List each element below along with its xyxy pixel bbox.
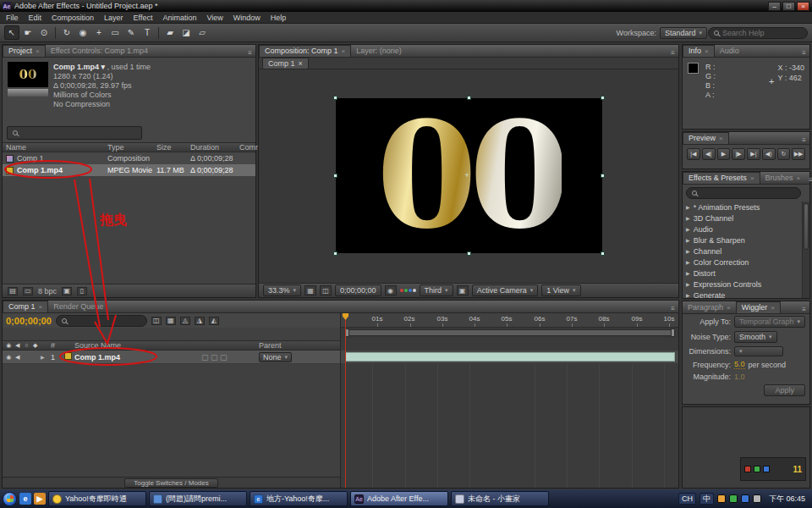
- close-icon[interactable]: ×: [750, 173, 754, 184]
- twirl-icon[interactable]: ▶: [686, 259, 690, 265]
- footage-name[interactable]: Comp 1.mp4 ▾: [53, 63, 105, 71]
- tray-messenger-icon[interactable]: [717, 494, 726, 503]
- tab-composition[interactable]: Composition: Comp 1 ×: [259, 45, 351, 57]
- panel-menu-icon[interactable]: ≡: [798, 136, 809, 144]
- parent-column-header[interactable]: Parent: [259, 341, 282, 350]
- hand-tool-icon[interactable]: ☛: [20, 25, 36, 40]
- view-layout-dropdown[interactable]: 1 View ▾: [541, 284, 580, 296]
- new-composition-icon[interactable]: ▣: [62, 287, 72, 295]
- start-button[interactable]: [3, 492, 17, 506]
- draft-3d-icon[interactable]: ▦: [166, 317, 176, 325]
- menu-view[interactable]: View: [206, 14, 222, 22]
- selection-handle[interactable]: [601, 96, 605, 100]
- subtab-comp1[interactable]: Comp 1 ×: [262, 58, 309, 69]
- layer-track[interactable]: [341, 351, 678, 364]
- layer-lock-icon[interactable]: [32, 354, 40, 361]
- first-frame-button[interactable]: |◀: [687, 148, 700, 160]
- tab-wiggler[interactable]: Wiggler ×: [736, 301, 781, 313]
- workspace-dropdown[interactable]: Standard ▾: [660, 27, 707, 39]
- clone-stamp-tool-icon[interactable]: ◪: [178, 25, 194, 40]
- taskbar-button-paint[interactable]: 未命名 - 小畫家: [451, 491, 549, 506]
- apply-to-dropdown[interactable]: Temporal Graph ▾: [734, 316, 805, 328]
- interpret-footage-icon[interactable]: ▤: [8, 287, 18, 295]
- layer-audio-icon[interactable]: ◀: [14, 354, 22, 361]
- menu-effect[interactable]: Effect: [134, 14, 153, 22]
- layer-expander-icon[interactable]: ▶: [41, 354, 49, 360]
- time-ruler[interactable]: 01s 02s 03s 04s 05s 06s 07s 08s 09s 10s: [341, 313, 678, 328]
- play-button[interactable]: ▶: [717, 148, 731, 160]
- scrollbar-thumb[interactable]: [804, 203, 809, 250]
- twirl-icon[interactable]: ▶: [686, 270, 690, 276]
- panel-menu-icon[interactable]: ≡: [798, 306, 809, 313]
- menu-composition[interactable]: Composition: [52, 14, 94, 22]
- camera-tool-icon[interactable]: ◉: [75, 25, 91, 40]
- camera-dropdown[interactable]: Active Camera ▾: [472, 284, 539, 296]
- playhead[interactable]: [345, 313, 346, 488]
- magnitude-value[interactable]: 1.0: [734, 373, 745, 381]
- close-icon[interactable]: ×: [719, 133, 723, 144]
- source-name-header[interactable]: Source Name: [74, 341, 200, 350]
- tab-comp1-timeline[interactable]: Comp 1 ×: [3, 301, 48, 312]
- magnification-dropdown[interactable]: 33.3% ▾: [263, 284, 301, 296]
- twirl-icon[interactable]: ▶: [686, 215, 690, 221]
- close-icon[interactable]: ×: [771, 302, 775, 313]
- audio-mute-button[interactable]: ◀): [762, 148, 776, 160]
- close-icon[interactable]: ×: [342, 46, 346, 57]
- safe-guides-icon[interactable]: ▦: [304, 285, 316, 295]
- menu-animation[interactable]: Animation: [162, 14, 196, 22]
- panel-menu-icon[interactable]: ≡: [805, 176, 812, 184]
- tab-project[interactable]: Project ×: [3, 45, 46, 57]
- panel-menu-icon[interactable]: ≡: [798, 49, 809, 57]
- rotate-tool-icon[interactable]: ↻: [59, 25, 74, 40]
- twirl-icon[interactable]: ▶: [686, 226, 690, 232]
- loop-button[interactable]: ↻: [777, 148, 791, 160]
- noise-type-dropdown[interactable]: Smooth ▾: [734, 331, 777, 343]
- close-icon[interactable]: ×: [39, 301, 43, 312]
- list-item[interactable]: ▶Blur & Sharpen: [683, 235, 809, 246]
- pen-tool-icon[interactable]: ✎: [123, 25, 139, 40]
- quick-launch-media-icon[interactable]: ▶: [34, 493, 46, 505]
- tray-volume-icon[interactable]: [753, 494, 761, 503]
- tray-antivirus-icon[interactable]: [729, 494, 738, 503]
- timeline-search[interactable]: [56, 315, 147, 327]
- toggle-switches-modes-button[interactable]: Toggle Switches / Modes: [124, 478, 218, 488]
- twirl-icon[interactable]: ▶: [686, 237, 690, 243]
- column-duration[interactable]: Duration: [190, 143, 239, 152]
- ram-preview-button[interactable]: ▶▶: [792, 148, 805, 160]
- motion-blur-icon[interactable]: ◭: [209, 317, 219, 325]
- tab-paragraph[interactable]: Paragraph ×: [683, 301, 736, 313]
- show-channel-icon[interactable]: [400, 289, 416, 292]
- layer-row[interactable]: ◉ ◀ ▶ 1 Comp 1.mp4 ▢ ▢ ▢ None ▾: [3, 351, 340, 364]
- layer-source-name[interactable]: Comp 1.mp4: [74, 353, 200, 362]
- delete-icon[interactable]: ▯: [77, 287, 87, 295]
- selection-handle[interactable]: [333, 96, 337, 100]
- frequency-value[interactable]: 5.0: [734, 360, 745, 369]
- tab-render-queue[interactable]: Render Queue: [48, 301, 108, 312]
- selection-handle[interactable]: [467, 251, 471, 256]
- panel-menu-icon[interactable]: ≡: [667, 49, 678, 57]
- menu-help[interactable]: Help: [271, 14, 287, 22]
- help-search[interactable]: [708, 27, 808, 39]
- scrollbar[interactable]: [802, 202, 809, 298]
- selection-handle[interactable]: [333, 174, 337, 178]
- resolution-dropdown[interactable]: Third ▾: [420, 284, 453, 296]
- new-folder-icon[interactable]: ▭: [23, 287, 33, 295]
- anchor-point-icon[interactable]: +: [465, 172, 473, 179]
- project-search-input[interactable]: [21, 129, 136, 137]
- tab-preview[interactable]: Preview ×: [683, 132, 729, 144]
- help-search-input[interactable]: [722, 29, 802, 37]
- pan-behind-tool-icon[interactable]: +: [91, 25, 107, 40]
- eraser-tool-icon[interactable]: ▱: [195, 25, 210, 40]
- brush-tool-icon[interactable]: ▰: [162, 25, 178, 40]
- layer-switches[interactable]: ▢ ▢ ▢: [201, 353, 257, 362]
- current-time-display[interactable]: 0;00;00;00: [6, 316, 52, 326]
- snapshot-icon[interactable]: ◉: [385, 285, 397, 295]
- mask-visibility-icon[interactable]: ◫: [320, 285, 332, 295]
- close-icon[interactable]: ×: [797, 173, 801, 184]
- list-item[interactable]: ▶Channel: [683, 246, 809, 257]
- table-row[interactable]: Comp 1 Composition Δ 0;00;09;28: [3, 152, 255, 164]
- mask-shape-tool-icon[interactable]: ▭: [107, 25, 123, 40]
- menu-window[interactable]: Window: [233, 14, 261, 22]
- effects-search-input[interactable]: [700, 189, 795, 197]
- tab-effects-presets[interactable]: Effects & Presets ×: [683, 172, 760, 184]
